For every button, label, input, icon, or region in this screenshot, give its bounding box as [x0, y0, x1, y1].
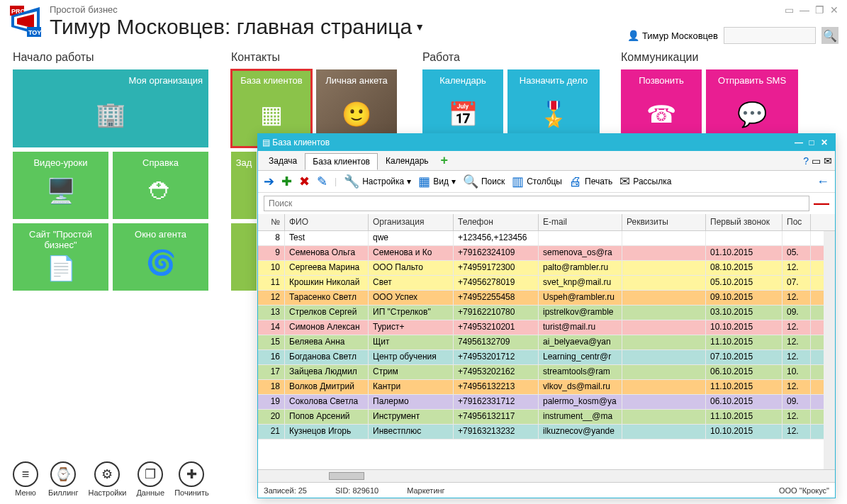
- bottom-toolbar: ≡Меню ⌚Биллинг ⚙Настройки ❐Данные ✚Почин…: [0, 457, 222, 504]
- billing-button[interactable]: ⌚Биллинг: [48, 461, 78, 497]
- col-email[interactable]: E-mail: [539, 214, 622, 230]
- windows-icon: ❐: [138, 461, 163, 487]
- table-row[interactable]: 21Кузнецов ИгорьИнвестплюс+79163213232il…: [258, 425, 835, 439]
- table-row[interactable]: 12Тарасенко СветлООО Успех+74952255458Us…: [258, 291, 835, 306]
- billing-icon: ⌚: [50, 461, 76, 487]
- db-maximize-icon[interactable]: □: [805, 138, 818, 147]
- print-button[interactable]: 🖨Печать: [569, 174, 612, 189]
- cell-first: 08.10.2015: [706, 261, 783, 275]
- table-row[interactable]: 15Беляева АннаЩит74956132709ai_belyaeva@…: [258, 335, 835, 350]
- cell-fio: Сергеева Марина: [285, 261, 369, 275]
- tile-partial-2[interactable]: [231, 223, 257, 291]
- table-row[interactable]: 18Волков ДмитрийКантри+74956132213vlkov_…: [258, 380, 835, 395]
- repair-button[interactable]: ✚Починить: [174, 461, 209, 497]
- tile-my-org[interactable]: Моя организация 🏢: [13, 69, 208, 147]
- clear-search-button[interactable]: —: [814, 194, 829, 213]
- vertical-scrollbar[interactable]: [824, 231, 835, 469]
- minimize-icon[interactable]: ―: [800, 4, 809, 16]
- db-close-icon[interactable]: ✕: [818, 138, 831, 147]
- edit-record-button[interactable]: ✎: [317, 174, 327, 189]
- cell-tel: +74953202162: [454, 365, 539, 379]
- cell-tel: +74956132117: [454, 410, 539, 424]
- table-row[interactable]: 8Testqwe+123456,+123456: [258, 231, 835, 246]
- settings-button[interactable]: ⚙Настройки: [88, 461, 126, 497]
- cell-email: [539, 231, 622, 245]
- tab-clients[interactable]: База клиентов: [305, 153, 378, 170]
- table-row[interactable]: 9Семенова ОльгаСеменова и Ко+79162324109…: [258, 246, 835, 261]
- col-last[interactable]: Пос: [783, 214, 811, 230]
- tab-add-button[interactable]: +: [437, 153, 453, 168]
- scroll-thumb[interactable]: [329, 472, 364, 480]
- table-row[interactable]: 11Крошкин НиколайСвет+74956278019svet_kn…: [258, 276, 835, 291]
- global-search-input[interactable]: [724, 27, 816, 44]
- current-user[interactable]: 👤 Тимур Московцев: [627, 30, 718, 41]
- document-icon: 📄: [46, 250, 76, 285]
- window-controls: ▭ ― ❐ ✕: [785, 4, 838, 16]
- svg-text:TOY: TOY: [28, 29, 41, 36]
- card-icon[interactable]: ▭: [812, 155, 821, 167]
- envelope-icon[interactable]: ✉: [824, 155, 832, 167]
- gear-icon: ⚙: [94, 461, 120, 487]
- cell-last: 09.: [783, 306, 811, 320]
- cell-org: Кантри: [369, 380, 454, 394]
- db-search-input[interactable]: [264, 196, 809, 211]
- view-dropdown[interactable]: ▦Вид ▾: [418, 174, 456, 189]
- mailing-button[interactable]: ✉Рассылка: [619, 174, 671, 189]
- global-search-button[interactable]: 🔍: [821, 27, 838, 44]
- col-org[interactable]: Организация: [369, 214, 454, 230]
- maximize-icon[interactable]: ❐: [815, 4, 824, 16]
- table-row[interactable]: 13Стрелков СергейИП "Стрелков"+791622107…: [258, 306, 835, 320]
- cell-org: Инвестплюс: [369, 425, 454, 439]
- tile-help[interactable]: Справка ⛑: [113, 152, 208, 219]
- swirl-icon: 🌀: [146, 240, 176, 285]
- horizontal-scrollbar[interactable]: [258, 469, 835, 482]
- tile-site[interactable]: Сайт "Простой бизнес" 📄: [13, 223, 108, 291]
- db-statusbar: Записей: 25 SID: 829610 Маркетинг ООО "К…: [258, 482, 835, 498]
- data-button[interactable]: ❐Данные: [136, 461, 164, 497]
- cell-last: 12.: [783, 425, 811, 439]
- tab-calendar[interactable]: Календарь: [378, 152, 437, 169]
- tile-agent[interactable]: Окно агента 🌀: [113, 223, 208, 291]
- app-logo: PRO TOY: [9, 4, 43, 38]
- cell-req: [622, 380, 706, 394]
- cell-req: [622, 320, 706, 335]
- cell-no: 12: [258, 291, 285, 305]
- table-row[interactable]: 20Попов АрсенийИнструмент+74956132117ins…: [258, 410, 835, 425]
- tile-video[interactable]: Видео-уроки 🖥️: [13, 152, 108, 219]
- col-req[interactable]: Реквизиты: [622, 214, 706, 230]
- cell-no: 17: [258, 365, 285, 379]
- cell-no: 20: [258, 410, 285, 424]
- lifebuoy-icon: ⛑: [149, 168, 173, 213]
- battery-icon[interactable]: ▭: [785, 4, 794, 16]
- delete-record-button[interactable]: ✖: [299, 174, 310, 189]
- col-no[interactable]: №: [258, 214, 285, 230]
- col-tel[interactable]: Телефон: [454, 214, 539, 230]
- tile-tasks-partial[interactable]: Зад: [231, 152, 257, 219]
- help-icon[interactable]: ?: [803, 155, 809, 167]
- search-button[interactable]: 🔍Поиск: [463, 174, 505, 189]
- col-fio[interactable]: ФИО: [285, 214, 369, 230]
- cell-tel: +74953201712: [454, 350, 539, 364]
- settings-dropdown[interactable]: 🔧Настройка ▾: [344, 174, 411, 189]
- db-minimize-icon[interactable]: ―: [792, 138, 805, 147]
- page-title[interactable]: Тимур Московцев: главная страница▼: [50, 15, 425, 39]
- menu-button[interactable]: ≡Меню: [13, 461, 38, 497]
- add-record-button[interactable]: ✚: [281, 174, 292, 189]
- table-row[interactable]: 19Соколова СветлаПалермо+79162331712pale…: [258, 395, 835, 410]
- cell-first: 06.10.2015: [706, 395, 783, 409]
- back-arrow-icon[interactable]: ←: [817, 174, 829, 189]
- document-small-icon: ▤: [262, 138, 270, 147]
- cell-email: vlkov_ds@mail.ru: [539, 380, 622, 394]
- cell-last: 12.: [783, 291, 811, 305]
- col-first[interactable]: Первый звонок: [706, 214, 783, 230]
- table-row[interactable]: 14Симонов АлексанТурист++74953210201turi…: [258, 320, 835, 335]
- cell-req: [622, 231, 706, 245]
- db-window-titlebar[interactable]: ▤ База клиентов ― □ ✕: [258, 134, 835, 151]
- columns-button[interactable]: ▥Столбцы: [512, 174, 562, 189]
- close-icon[interactable]: ✕: [830, 4, 838, 16]
- table-row[interactable]: 17Зайцева ЛюдмилСтрим+74953202162streamt…: [258, 365, 835, 380]
- tab-task[interactable]: Задача: [261, 152, 305, 169]
- table-row[interactable]: 10Сергеева МаринаООО Пальто+74959172300p…: [258, 261, 835, 276]
- nav-arrow-icon[interactable]: ➔: [264, 174, 274, 189]
- table-row[interactable]: 16Богданова СветлЦентр обучения+74953201…: [258, 350, 835, 365]
